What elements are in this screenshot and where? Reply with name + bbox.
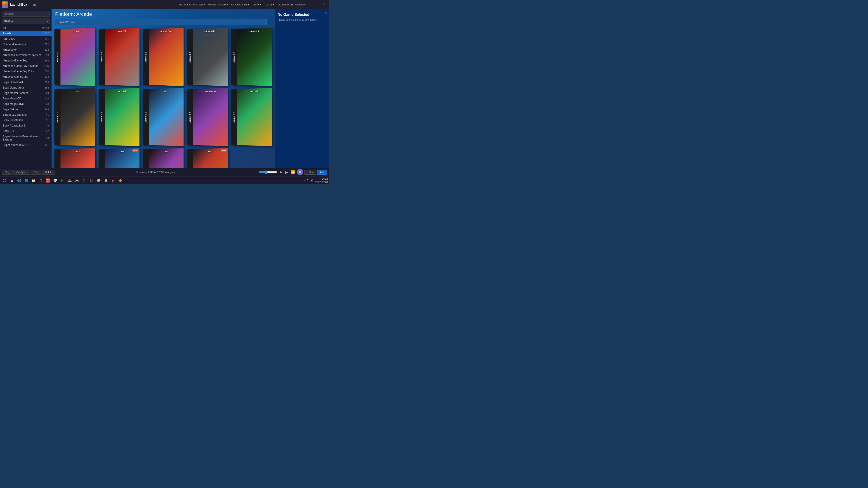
sidebar-item-atari-2600[interactable]: Atari 2600491 <box>0 36 52 41</box>
arrange-by-menu[interactable]: ARRANGE BY ▾ <box>231 3 249 6</box>
game-card[interactable]: ARCADE 1942 <box>55 148 95 168</box>
play-button[interactable]: Play <box>2 170 12 175</box>
delete-button[interactable]: Delete <box>42 170 55 175</box>
image-group-menu[interactable]: IMAGE GROUP ▾ <box>208 3 228 6</box>
vlc-icon[interactable]: 🔶 <box>117 177 123 184</box>
sidebar-item-sony-playstation[interactable]: Sony Playstation51 <box>0 118 52 123</box>
sidebar-item-commodore-amiga[interactable]: Commodore Amiga2092 <box>0 41 52 47</box>
fast-forward-button[interactable]: ⏩ <box>290 170 296 175</box>
svg-rect-3 <box>2 5 5 7</box>
card-cover: 3 Count Bout <box>149 28 184 86</box>
platform-count: 1055 <box>43 65 49 67</box>
window-controls: ─ □ ✕ <box>309 2 327 7</box>
platform-name: Sinclair ZX Spectrum <box>3 113 28 116</box>
clock-time: 14:12 <box>321 177 328 180</box>
sidebar-item-sony-psp[interactable]: Sony PSP207 <box>0 128 52 134</box>
prev-page-button[interactable]: ▶ <box>284 170 289 175</box>
platform-name: Arcade <box>3 32 11 35</box>
edge-browser-icon[interactable]: 🌐 <box>16 177 22 184</box>
vpn-icon[interactable]: 🔒 <box>103 177 109 184</box>
platform-select[interactable]: Platform <box>2 19 50 24</box>
game-card[interactable]: ARCADE 1 on 1 <box>55 28 95 86</box>
game-card[interactable]: ARCADE 4 Fun In 1 <box>231 28 272 86</box>
platform-count: 384 <box>45 86 49 89</box>
sidebar-item-sinclair-zx-spectrum[interactable]: Sinclair ZX Spectrum41 <box>0 112 52 118</box>
game-card[interactable]: ARCADE Super Video <box>187 28 228 86</box>
sidebar-item-sega-mega-drive[interactable]: Sega Mega Drive838 <box>0 101 52 107</box>
card-spine: ARCADE <box>98 149 105 168</box>
file-explorer-icon[interactable]: 📁 <box>30 177 37 184</box>
first-page-button[interactable]: ⏮ <box>278 170 283 175</box>
zoom-slider[interactable] <box>259 170 277 174</box>
sidebar-item-super-nintendo-msu-1[interactable]: Super Nintendo MSU-1141 <box>0 142 52 148</box>
launchbox-taskbar-icon[interactable] <box>45 177 51 184</box>
user-avatar[interactable]: N <box>297 169 303 175</box>
xbox-icon[interactable]: X <box>81 177 87 184</box>
sidebar-item-sega-dreamcast[interactable]: Sega Dreamcast325 <box>0 79 52 85</box>
game-card[interactable]: ARCADE Face Off <box>98 28 139 86</box>
game-card[interactable]: ARCADE Pro Golf <box>98 88 139 147</box>
platform-name: Nintendo 64 <box>3 48 18 51</box>
game-card[interactable]: ARCADE 3 Count Bout <box>143 28 184 86</box>
sidebar-item-nintendo-game-boy-color[interactable]: Nintendo Game Boy Color570 <box>0 69 52 74</box>
menu-button[interactable]: ☰ <box>32 2 38 7</box>
filter-label: Favorite: <box>59 21 69 24</box>
search-input[interactable] <box>2 11 50 17</box>
tools-menu[interactable]: TOOLS ▾ <box>264 3 274 6</box>
windows-start-button[interactable] <box>1 177 8 184</box>
sidebar-item-nintendo-game-boy-advance[interactable]: Nintendo Game Boy Advance1055 <box>0 63 52 69</box>
browser2-icon[interactable]: 🌍 <box>95 177 102 184</box>
media-player-icon[interactable]: ▶ <box>110 177 116 184</box>
content-header: Platform: Arcade Favorite: No <box>52 9 275 27</box>
game-card[interactable]: ARCADE 80 Fathoms <box>187 88 228 147</box>
configure-button[interactable]: Configure <box>13 170 30 175</box>
sidebar-item-super-nintendo-entertainment-system[interactable]: Super Nintendo Entertainment System843 <box>0 134 52 142</box>
sidebar-item-all[interactable]: All12353 <box>0 25 52 31</box>
titlebar-right: RETRO SCORE: 1,244 IMAGE GROUP ▾ ARRANGE… <box>179 2 327 7</box>
megadownload-icon[interactable]: M <box>88 177 94 184</box>
page-title: Platform: Arcade <box>55 11 271 17</box>
card-title: 1 on 1 <box>61 30 94 33</box>
sidebar-item-nintendo-game-boy[interactable]: Nintendo Game Boy585 <box>0 58 52 63</box>
game-card[interactable]: ARCADE 005 <box>55 88 95 147</box>
game-card[interactable]: ARCADE 720° <box>143 88 184 147</box>
card-spine: ARCADE <box>143 89 149 145</box>
qbittorrent-icon[interactable]: 📥 <box>66 177 73 184</box>
music-icon[interactable]: 🎵 <box>37 177 44 184</box>
add-button[interactable]: Add <box>317 170 327 175</box>
minimize-button[interactable]: ─ <box>309 2 315 7</box>
sidebar-item-arcade[interactable]: Arcade2817 <box>0 31 52 36</box>
maximize-button[interactable]: □ <box>315 2 321 7</box>
discord-icon[interactable]: 💬 <box>52 177 58 184</box>
edit-button[interactable]: Edit <box>31 170 41 175</box>
close-panel-button[interactable]: ✕ <box>324 11 327 14</box>
sidebar-item-sony-playstation-2[interactable]: Sony Playstation 29 <box>0 123 52 128</box>
steam-icon[interactable]: 🎮 <box>74 177 80 184</box>
card-title: 80 Fathoms <box>194 90 227 93</box>
sidebar-item-sega-mega-cd[interactable]: Sega Mega CD108 <box>0 96 52 101</box>
game-card[interactable]: ARCADE 1942 CAPCOM NEW <box>98 148 139 168</box>
sidebar-item-sega-saturn[interactable]: Sega Saturn246 <box>0 107 52 112</box>
svg-rect-4 <box>5 5 7 7</box>
sidebar-item-nintendo-gamecube[interactable]: Nintendo GameCube113 <box>0 74 52 79</box>
card-cover: 720° <box>149 88 184 147</box>
platform-name: Nintendo GameCube <box>3 75 28 78</box>
task-view-button[interactable]: ⊞ <box>8 177 15 184</box>
game-card[interactable]: ARCADE 1943 <box>143 148 184 168</box>
close-button[interactable]: ✕ <box>321 2 327 7</box>
platform-count: 12353 <box>42 27 49 29</box>
sidebar-item-sega-game-gear[interactable]: Sega Game Gear384 <box>0 85 52 90</box>
view-menu[interactable]: VIEW ▾ <box>252 3 261 6</box>
game-card[interactable]: ARCADE Great Rally <box>231 88 272 147</box>
platform-name: Sega Master System <box>3 92 28 95</box>
card-spine: ARCADE <box>231 89 237 145</box>
sidebar-item-sega-master-system[interactable]: Sega Master System284 <box>0 90 52 96</box>
sidebar-item-nintendo-64[interactable]: Nintendo 64314 <box>0 47 52 53</box>
game-grid-container[interactable]: ARCADE 1 on 1 ARCADE Face Off ARCADE <box>52 27 275 168</box>
nvidia-icon[interactable]: N <box>59 177 66 184</box>
game-card[interactable]: ARCADE 1943 CAPCOM NEW <box>187 148 228 168</box>
sidebar-item-nintendo-entertainment-system[interactable]: Nintendo Entertainment System839 <box>0 53 52 58</box>
chrome-browser-icon[interactable]: 🔵 <box>23 177 29 184</box>
card-cover: 1943 <box>149 148 184 168</box>
text-view-button[interactable]: ≡ Text <box>304 170 316 175</box>
